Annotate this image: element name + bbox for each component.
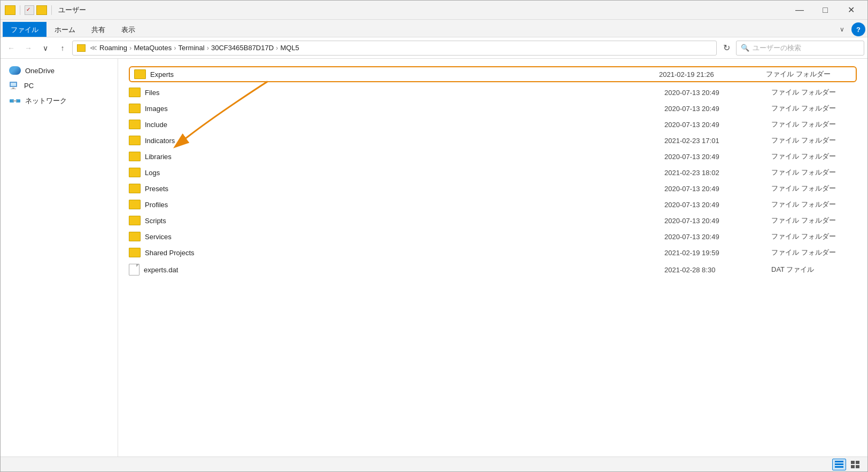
file-date-files: 2020-07-13 20:49 xyxy=(664,89,771,97)
address-path-bar[interactable]: ≪ Roaming › MetaQuotes › Terminal › 30CF… xyxy=(72,41,717,56)
sidebar-item-onedrive[interactable]: OneDrive xyxy=(1,63,118,78)
file-date-experts-dat: 2021-02-28 8:30 xyxy=(664,266,771,274)
svg-rect-8 xyxy=(835,461,843,462)
svg-rect-6 xyxy=(13,100,17,101)
file-name-experts: Experts xyxy=(150,70,659,78)
folder-icon-scripts xyxy=(129,216,141,225)
explorer-window: ユーザー — □ ✕ ファイル ホーム 共有 表示 ∨ ? xyxy=(0,0,868,472)
file-name-scripts: Scripts xyxy=(145,217,664,225)
view-list-button[interactable] xyxy=(848,459,862,470)
sidebar-label-onedrive: OneDrive xyxy=(25,67,55,75)
sidebar-label-pc: PC xyxy=(24,82,34,90)
help-button[interactable]: ? xyxy=(851,22,865,36)
file-row-logs[interactable]: Logs 2021-02-23 18:02 ファイル フォルダー xyxy=(118,164,867,180)
file-date-scripts: 2020-07-13 20:49 xyxy=(664,217,771,225)
close-button[interactable]: ✕ xyxy=(839,2,863,19)
file-type-images: ファイル フォルダー xyxy=(771,104,857,113)
file-name-logs: Logs xyxy=(145,169,664,177)
folder-title-icon xyxy=(5,5,15,15)
file-type-experts: ファイル フォルダー xyxy=(766,69,851,79)
tab-home[interactable]: ホーム xyxy=(46,22,83,37)
file-row-experts-dat[interactable]: experts.dat 2021-02-28 8:30 DAT ファイル xyxy=(118,261,867,279)
file-type-shared-projects: ファイル フォルダー xyxy=(771,248,857,257)
file-name-indicators: Indicators xyxy=(145,137,664,145)
file-row-profiles[interactable]: Profiles 2020-07-13 20:49 ファイル フォルダー xyxy=(118,196,867,213)
folder-icon-libraries xyxy=(129,152,141,161)
file-row-indicators[interactable]: Indicators 2021-02-23 17:01 ファイル フォルダー xyxy=(118,132,867,148)
folder-icon-profiles xyxy=(129,200,141,209)
file-type-scripts: ファイル フォルダー xyxy=(771,216,857,225)
path-roaming: Roaming xyxy=(99,44,127,52)
svg-rect-12 xyxy=(856,461,859,464)
tab-file[interactable]: ファイル xyxy=(3,22,46,37)
ribbon-collapse-button[interactable]: ∨ xyxy=(834,22,849,37)
folder-icon-services xyxy=(129,232,141,241)
file-name-images: Images xyxy=(145,105,664,113)
svg-rect-14 xyxy=(856,465,859,468)
svg-rect-10 xyxy=(835,466,843,468)
ribbon: ファイル ホーム 共有 表示 ∨ ? xyxy=(1,20,867,37)
file-row-libraries[interactable]: Libraries 2020-07-13 20:49 ファイル フォルダー xyxy=(118,148,867,164)
file-name-files: Files xyxy=(145,89,664,97)
file-row-services[interactable]: Services 2020-07-13 20:49 ファイル フォルダー xyxy=(118,229,867,245)
tab-view-label: 表示 xyxy=(121,25,135,35)
path-terminal: Terminal xyxy=(179,44,205,52)
file-name-libraries: Libraries xyxy=(145,153,664,161)
file-date-logs: 2021-02-23 18:02 xyxy=(664,169,771,177)
network-icon xyxy=(9,97,21,105)
tab-share[interactable]: 共有 xyxy=(83,22,113,37)
file-type-logs: ファイル フォルダー xyxy=(771,168,857,177)
maximize-button[interactable]: □ xyxy=(813,2,838,19)
folder-title-icon2 xyxy=(36,5,47,15)
file-date-presets: 2020-07-13 20:49 xyxy=(664,185,771,193)
sidebar-item-network[interactable]: ネットワーク xyxy=(1,93,118,109)
search-box[interactable]: 🔍 ユーザーの検索 xyxy=(736,41,864,56)
tab-home-label: ホーム xyxy=(55,25,75,35)
tab-view[interactable]: 表示 xyxy=(113,22,143,37)
file-date-indicators: 2021-02-23 17:01 xyxy=(664,137,771,145)
dropdown-recent-button[interactable]: ∨ xyxy=(38,41,53,56)
svg-rect-1 xyxy=(11,83,16,86)
view-details-button[interactable] xyxy=(832,459,846,470)
up-button[interactable]: ↑ xyxy=(55,41,70,56)
file-row-scripts[interactable]: Scripts 2020-07-13 20:49 ファイル フォルダー xyxy=(118,213,867,229)
file-type-services: ファイル フォルダー xyxy=(771,232,857,241)
file-date-shared-projects: 2021-02-19 19:59 xyxy=(664,249,771,257)
file-date-services: 2020-07-13 20:49 xyxy=(664,233,771,241)
file-icon-experts-dat xyxy=(129,264,140,276)
minimize-button[interactable]: — xyxy=(787,2,812,19)
file-name-include: Include xyxy=(145,121,664,129)
title-icons xyxy=(5,5,54,15)
file-type-experts-dat: DAT ファイル xyxy=(771,265,857,274)
file-type-presets: ファイル フォルダー xyxy=(771,184,857,193)
svg-rect-13 xyxy=(851,465,855,468)
file-type-include: ファイル フォルダー xyxy=(771,120,857,129)
file-row-presets[interactable]: Presets 2020-07-13 20:49 ファイル フォルダー xyxy=(118,180,867,196)
forward-button[interactable]: → xyxy=(21,41,36,56)
file-row-include[interactable]: Include 2020-07-13 20:49 ファイル フォルダー xyxy=(118,116,867,132)
file-row-files[interactable]: Files 2020-07-13 20:49 ファイル フォルダー xyxy=(118,84,867,100)
file-type-files: ファイル フォルダー xyxy=(771,88,857,97)
folder-icon-files xyxy=(129,88,141,97)
file-row-shared-projects[interactable]: Shared Projects 2021-02-19 19:59 ファイル フォ… xyxy=(118,245,867,261)
folder-icon-include xyxy=(129,120,141,129)
folder-icon-experts xyxy=(134,69,146,79)
file-row-images[interactable]: Images 2020-07-13 20:49 ファイル フォルダー xyxy=(118,100,867,116)
file-row-experts[interactable]: Experts 2021-02-19 21:26 ファイル フォルダー xyxy=(129,66,857,82)
search-placeholder: ユーザーの検索 xyxy=(753,43,801,53)
tab-share-label: 共有 xyxy=(91,25,105,35)
back-button[interactable]: ← xyxy=(4,41,19,56)
window-title: ユーザー xyxy=(58,5,86,15)
ribbon-tab-bar: ファイル ホーム 共有 表示 ∨ ? xyxy=(1,20,867,37)
main-content: OneDrive PC ネットワーク xyxy=(1,59,867,457)
path-hash: 30CF3465B87D17D xyxy=(211,44,274,52)
refresh-button[interactable]: ↻ xyxy=(719,41,734,56)
path-mql5: MQL5 xyxy=(280,44,299,52)
file-type-libraries: ファイル フォルダー xyxy=(771,152,857,161)
sidebar-item-pc[interactable]: PC xyxy=(1,78,118,93)
folder-icon-presets xyxy=(129,184,141,193)
file-date-include: 2020-07-13 20:49 xyxy=(664,121,771,129)
window-controls: — □ ✕ xyxy=(787,2,863,19)
file-type-profiles: ファイル フォルダー xyxy=(771,200,857,209)
clipboard-title-icon xyxy=(25,5,34,15)
